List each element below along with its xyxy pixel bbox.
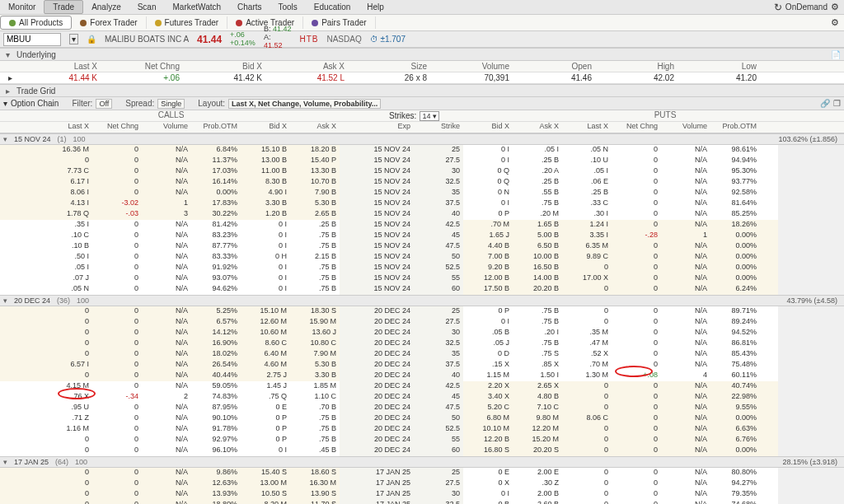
option-row[interactable]: 00N/A18.80%8.20 M11.70 S17 JAN 2532.50 B… — [0, 500, 844, 504]
option-row[interactable]: 6.17 I0N/A16.14%8.30 B10.70 B15 NOV 2432… — [0, 177, 844, 188]
option-row[interactable]: 00N/A5.25%15.10 M18.30 S20 DEC 24250 P.7… — [0, 306, 844, 317]
menu-item-scan[interactable]: Scan — [129, 1, 165, 13]
option-row[interactable]: .07 J0N/A93.07%0 I.75 B15 NOV 245512.00 … — [0, 273, 844, 284]
calls-puts-header: CALLS Strikes: 14 ▾ PUTS — [0, 110, 844, 122]
tab-dot-icon — [236, 20, 242, 26]
chevron-down-icon[interactable] — [3, 50, 12, 59]
option-row[interactable]: 00N/A40.44%2.75 J3.30 B20 DEC 24401.15 M… — [0, 371, 844, 381]
gear-icon[interactable] — [831, 2, 839, 12]
chevron-down-icon[interactable]: ▾ — [3, 99, 7, 108]
underlying-values: ▸41.44 K+.0641.42 K41.52 L26 x 870,39141… — [0, 72, 844, 84]
tab-dot-icon — [155, 20, 162, 26]
popout-icon[interactable]: ❐ — [833, 99, 841, 108]
menu-item-education[interactable]: Education — [306, 1, 359, 13]
col-header[interactable]: Prob.OTM — [710, 122, 760, 133]
option-column-headers: Last XNet ChngVolumeProb.OTMBid XAsk XEx… — [0, 122, 844, 133]
option-row[interactable]: 00N/A11.37%13.00 B15.40 P15 NOV 2427.50 … — [0, 156, 844, 166]
col-header[interactable]: Last X — [18, 122, 92, 133]
option-row[interactable]: 00N/A6.57%12.60 M15.90 M20 DEC 2427.50 I… — [0, 317, 844, 328]
product-tab-all-products[interactable]: All Products — [0, 16, 72, 30]
product-tab-forex-trader[interactable]: Forex Trader — [72, 16, 146, 29]
option-row[interactable]: 4.13 I-3.02117.83%3.30 B5.30 B15 NOV 243… — [0, 198, 844, 209]
option-row[interactable]: 00N/A12.63%13.00 M16.30 M17 JAN 2527.50 … — [0, 478, 844, 489]
menu-item-help[interactable]: Help — [359, 1, 392, 13]
option-row[interactable]: 00N/A96.10%0 I.45 B20 DEC 246016.80 S20.… — [0, 446, 844, 456]
ondemand-label[interactable]: OnDemand — [785, 2, 828, 12]
product-tab-pairs-trader[interactable]: Pairs Trader — [303, 16, 375, 29]
option-row[interactable]: 1.16 M0N/A91.78%0 P.75 B20 DEC 2452.510.… — [0, 424, 844, 435]
notes-icon[interactable]: 📄 — [831, 50, 841, 59]
chevron-down-icon[interactable] — [3, 135, 7, 143]
range-indicator: ⏱ ±1.707 — [370, 35, 406, 44]
option-row[interactable]: .35 I0N/A81.42%0 I.25 B15 NOV 2442.5.70 … — [0, 220, 844, 231]
exchange-label: NASDAQ — [326, 35, 361, 44]
option-row[interactable]: .95 U0N/A87.95%0 E.70 B20 DEC 2447.55.20… — [0, 403, 844, 413]
col-header[interactable]: Volume — [661, 122, 710, 133]
option-row[interactable]: 00N/A13.93%10.50 S13.90 S17 JAN 25300 I2… — [0, 489, 844, 500]
menu-item-marketwatch[interactable]: MarketWatch — [165, 1, 230, 13]
menu-item-tools[interactable]: Tools — [270, 1, 305, 13]
col-header[interactable]: Net Chng — [92, 122, 142, 133]
col-header[interactable]: Bid X — [463, 122, 513, 133]
col-header[interactable]: Exp — [340, 122, 414, 133]
option-row[interactable]: 7.73 C0N/A17.03%11.00 B13.30 B15 NOV 243… — [0, 166, 844, 177]
option-row[interactable]: 00N/A9.86%15.40 S18.60 S17 JAN 25250 E2.… — [0, 468, 844, 478]
col-header[interactable]: Bid X — [241, 122, 290, 133]
col-header[interactable]: Last X — [562, 122, 612, 133]
menu-item-trade[interactable]: Trade — [44, 0, 83, 14]
tab-dot-icon — [312, 20, 318, 26]
section-trade-grid[interactable]: Trade Grid — [0, 84, 844, 97]
bid-ask: B: 41.42 A: 41.52 — [264, 26, 292, 53]
underlying-headers: Last XNet ChngBid XAsk XSizeVolumeOpenHi… — [0, 61, 844, 72]
col-header[interactable] — [0, 122, 18, 133]
option-row[interactable]: 16.36 M0N/A6.84%15.10 B18.20 B15 NOV 242… — [0, 145, 844, 156]
option-row[interactable]: .71 Z0N/A90.10%0 P.75 B20 DEC 24506.80 M… — [0, 413, 844, 424]
chevron-down-icon[interactable] — [3, 296, 7, 305]
expiry-header[interactable]: 15 NOV 24(1)100103.62% (±1.856) — [0, 133, 844, 145]
col-header[interactable]: Volume — [142, 122, 191, 133]
symbol-lock-icon[interactable]: 🔒 — [87, 35, 96, 44]
product-gear-icon[interactable] — [831, 17, 844, 28]
option-row[interactable]: .05 I0N/A91.92%0 I.75 B15 NOV 2452.59.20… — [0, 263, 844, 273]
col-header[interactable]: Net Chng — [612, 122, 661, 133]
chevron-right-icon[interactable] — [3, 86, 12, 96]
option-row[interactable]: 00N/A92.97%0 P.75 B20 DEC 245512.20 B15.… — [0, 435, 844, 446]
section-underlying[interactable]: Underlying 📄 — [0, 48, 844, 61]
htb-indicator: HTB — [299, 35, 318, 44]
option-row[interactable]: 6.57 I0N/A26.54%4.60 M5.30 B20 DEC 2437.… — [0, 360, 844, 371]
chevron-down-icon[interactable] — [3, 458, 7, 466]
menu-item-charts[interactable]: Charts — [229, 1, 270, 13]
option-row[interactable]: 1.78 Q-.03330.22%1.20 B2.65 B15 NOV 2440… — [0, 209, 844, 220]
layout-select[interactable]: Last X, Net Change, Volume, Probability.… — [228, 99, 381, 109]
product-tab-futures-trader[interactable]: Futures Trader — [147, 16, 228, 29]
col-header[interactable]: Strike — [414, 122, 463, 133]
menu-item-analyze[interactable]: Analyze — [83, 1, 129, 13]
expiry-header[interactable]: 17 JAN 25(64)10028.15% (±3.918) — [0, 456, 844, 468]
spread-select[interactable]: Single — [157, 99, 185, 109]
product-tabs: All ProductsForex TraderFutures TraderAc… — [0, 15, 844, 31]
expiry-header[interactable]: 20 DEC 24(36)10043.79% (±4.58) — [0, 295, 844, 306]
col-header[interactable]: Ask X — [290, 122, 340, 133]
menu-item-monitor[interactable]: Monitor — [0, 1, 44, 13]
option-row[interactable]: 8.06 I0N/A0.00%4.90 I7.90 B15 NOV 24350 … — [0, 188, 844, 198]
symbol-dropdown-icon[interactable]: ▾ — [69, 34, 78, 44]
tab-dot-icon — [80, 20, 87, 26]
menu-bar: MonitorTradeAnalyzeScanMarketWatchCharts… — [0, 0, 844, 15]
col-header[interactable] — [760, 122, 778, 133]
option-row[interactable]: .50 I0N/A83.33%0 H2.15 B15 NOV 24507.00 … — [0, 252, 844, 263]
col-header[interactable]: Prob.OTM — [191, 122, 241, 133]
option-row[interactable]: .10 C0N/A83.23%0 I.75 B15 NOV 24451.65 J… — [0, 231, 844, 241]
option-row[interactable]: 00N/A14.12%10.60 M13.60 J20 DEC 2430.05 … — [0, 328, 844, 338]
option-row[interactable]: .05 N0N/A94.62%0 I.75 B15 NOV 246017.50 … — [0, 284, 844, 295]
option-row[interactable]: 00N/A16.90%8.60 C10.80 C20 DEC 2432.5.05… — [0, 338, 844, 349]
option-row[interactable]: 4.15 M0N/A59.05%1.45 J1.85 M20 DEC 2442.… — [0, 381, 844, 392]
symbol-input[interactable] — [3, 33, 61, 46]
option-row[interactable]: 00N/A18.02%6.40 M7.90 M20 DEC 24350 D.75… — [0, 349, 844, 360]
company-name: MALIBU BOATS INC A — [105, 35, 189, 44]
option-row[interactable]: .76 X-.34274.83%.75 Q1.10 C20 DEC 24453.… — [0, 392, 844, 403]
link-icon[interactable]: 🔗 — [820, 99, 830, 108]
strikes-select[interactable]: 14 ▾ — [420, 111, 439, 121]
option-row[interactable]: .10 B0N/A87.77%0 I.75 B15 NOV 2447.54.40… — [0, 241, 844, 252]
filter-select[interactable]: Off — [96, 99, 112, 109]
col-header[interactable]: Ask X — [513, 122, 562, 133]
